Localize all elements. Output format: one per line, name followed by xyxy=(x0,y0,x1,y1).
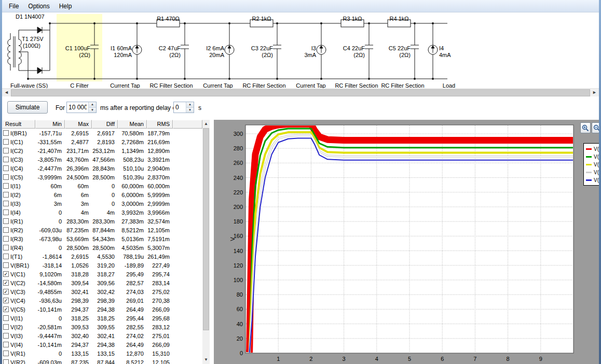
result-checkbox[interactable] xyxy=(3,227,9,233)
capacitor-c2[interactable] xyxy=(181,23,189,79)
result-checkbox[interactable] xyxy=(3,139,9,145)
result-value: 0 xyxy=(35,315,65,321)
hscroll-thumb[interactable] xyxy=(11,89,590,96)
reporting-delay-label: ms after a reporting delay of xyxy=(100,104,177,111)
result-checkbox[interactable] xyxy=(3,174,9,180)
result-name: V(C5) xyxy=(10,306,25,313)
schematic-hscrollbar[interactable]: ◄ ► xyxy=(2,88,599,96)
result-checkbox[interactable] xyxy=(3,315,9,321)
table-row: I(T1)-1,86142,69154,5530788,19u261,49m xyxy=(2,252,202,261)
window-frame-left xyxy=(0,0,2,364)
svg-text:260: 260 xyxy=(234,160,243,166)
current-source-i2[interactable] xyxy=(225,23,234,79)
result-value: 12,890m xyxy=(147,148,173,154)
result-value: 253,12m xyxy=(92,148,118,154)
result-checkbox[interactable] xyxy=(3,192,9,198)
results-vscrollbar[interactable]: ▲ ▼ xyxy=(202,120,210,364)
result-value: -21,407m xyxy=(35,148,65,154)
delay-down-arrow[interactable]: ▼ xyxy=(186,108,194,113)
duration-up-arrow[interactable]: ▲ xyxy=(89,102,96,108)
result-checkbox[interactable] xyxy=(3,218,9,224)
result-value: 294,37 xyxy=(65,306,92,313)
duration-down-arrow[interactable]: ▼ xyxy=(89,108,96,113)
header-min[interactable]: Min xyxy=(35,120,65,129)
header-diff[interactable]: Diff xyxy=(92,120,118,129)
section-label-tap2: Current Tap xyxy=(203,82,233,88)
result-value: 510,39u xyxy=(118,174,147,180)
result-checkbox[interactable] xyxy=(3,209,9,215)
result-checkbox[interactable] xyxy=(3,165,9,171)
result-checkbox[interactable] xyxy=(3,333,9,339)
header-result[interactable]: Result xyxy=(2,120,35,129)
result-value: 12,105 xyxy=(147,359,173,364)
result-value: 60,000m xyxy=(147,183,173,189)
result-value: -2,4477m xyxy=(35,165,65,172)
capacitor-c3[interactable] xyxy=(273,23,281,79)
chart-svg[interactable]: 0204060801001201401601802002202402602803… xyxy=(214,120,599,364)
result-value: 295,49 xyxy=(118,271,147,277)
header-rms[interactable]: RMS xyxy=(147,120,173,129)
current-source-i3[interactable] xyxy=(317,23,326,79)
simulate-button[interactable]: Simulate xyxy=(7,101,48,114)
result-value: 0 xyxy=(35,209,65,216)
capacitor-c4[interactable] xyxy=(365,23,373,79)
result-name: I(I3) xyxy=(10,201,21,207)
result-checkbox[interactable] xyxy=(3,245,9,250)
result-checkbox[interactable]: ✓ xyxy=(3,306,9,312)
result-checkbox[interactable] xyxy=(3,262,9,268)
result-checkbox[interactable]: ✓ xyxy=(3,271,9,277)
result-checkbox[interactable]: ✓ xyxy=(3,298,9,303)
table-row: ✓V(C1)9,1020m318,28318,27295,49295,74 xyxy=(2,270,202,278)
result-value: -673,98u xyxy=(35,236,65,242)
zoom-out-button[interactable] xyxy=(592,122,599,133)
label-i1-max: 120mA xyxy=(101,52,132,58)
result-checkbox[interactable] xyxy=(3,351,9,356)
current-source-i1[interactable] xyxy=(132,23,142,79)
menu-help[interactable]: Help xyxy=(54,1,77,12)
result-checkbox[interactable] xyxy=(3,324,9,330)
result-value: 318,25 xyxy=(92,315,118,321)
result-checkbox[interactable] xyxy=(3,157,9,162)
result-checkbox[interactable]: ✓ xyxy=(3,289,9,295)
svg-text:V: V xyxy=(229,237,236,241)
result-checkbox[interactable]: ✓ xyxy=(3,280,9,286)
delay-up-arrow[interactable]: ▲ xyxy=(186,102,194,108)
result-checkbox[interactable] xyxy=(3,130,9,136)
result-value: 282,55 xyxy=(118,324,147,330)
delay-input[interactable] xyxy=(174,102,186,113)
result-value: 266,09 xyxy=(147,342,173,348)
menu-file[interactable]: File xyxy=(4,1,23,12)
vscroll-down-arrow[interactable]: ▼ xyxy=(202,356,210,364)
result-value: 3,0000m xyxy=(118,201,147,207)
result-value: 264,49 xyxy=(118,306,147,313)
current-source-i4[interactable] xyxy=(428,23,438,79)
result-checkbox[interactable] xyxy=(3,183,9,189)
table-row: ✓V(C4)-936,63u298,39298,39269,01270,38 xyxy=(2,296,202,305)
capacitor-c5[interactable] xyxy=(411,23,419,79)
hscroll-right-arrow[interactable]: ► xyxy=(590,89,599,97)
result-name: I(I1) xyxy=(10,183,21,189)
menu-options[interactable]: Options xyxy=(23,1,54,12)
result-value: 0 xyxy=(92,192,118,198)
result-checkbox[interactable] xyxy=(3,359,9,364)
result-name: I(C5) xyxy=(10,174,23,180)
result-checkbox[interactable] xyxy=(3,148,9,153)
vscroll-thumb[interactable] xyxy=(203,128,209,330)
header-max[interactable]: Max xyxy=(65,120,92,129)
result-checkbox[interactable] xyxy=(3,201,9,206)
zoom-in-button[interactable] xyxy=(580,122,591,133)
svg-text:8: 8 xyxy=(507,356,510,362)
result-checkbox[interactable] xyxy=(3,254,9,259)
result-checkbox[interactable] xyxy=(3,236,9,242)
hscroll-left-arrow[interactable]: ◄ xyxy=(2,89,11,97)
result-value: 319,20 xyxy=(92,262,118,269)
result-name: V(C3) xyxy=(10,289,25,295)
duration-input[interactable] xyxy=(67,102,88,113)
chart-legend: V(CV(CV(CV(CV(C xyxy=(583,143,599,186)
table-row: V(BR1)-318,141,0526319,20-189,89227,49 xyxy=(2,261,202,270)
result-checkbox[interactable] xyxy=(3,342,9,347)
vscroll-up-arrow[interactable]: ▲ xyxy=(202,120,210,128)
result-value: 270,38 xyxy=(147,298,173,304)
result-value: 274,02 xyxy=(118,333,147,339)
header-mean[interactable]: Mean xyxy=(118,120,147,129)
